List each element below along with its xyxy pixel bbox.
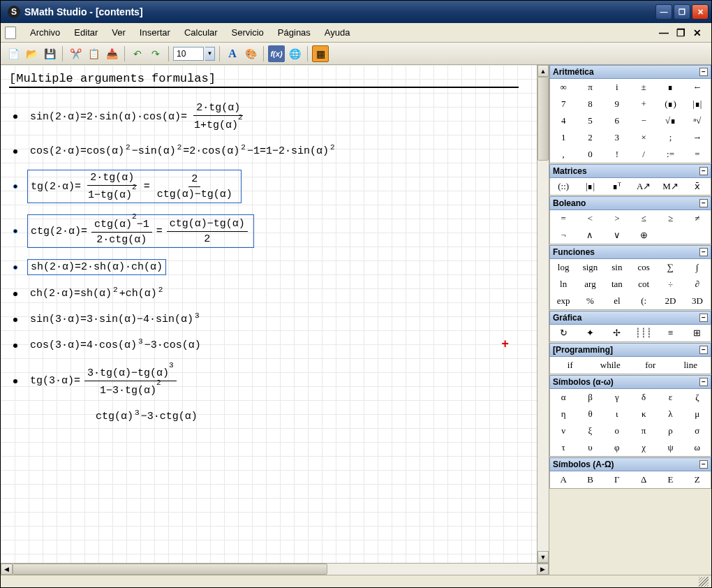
palette-cell[interactable]: 2	[577, 129, 603, 146]
palette-cell[interactable]: ↻	[550, 325, 577, 341]
palette-cell[interactable]: φ	[604, 439, 630, 456]
palette-cell[interactable]: −	[630, 112, 657, 129]
collapse-icon[interactable]: −	[699, 248, 708, 256]
palette-cell[interactable]: ÷	[657, 276, 683, 293]
fx-icon[interactable]: f(x)	[268, 45, 285, 62]
font-color-icon[interactable]: A	[224, 45, 241, 62]
palette-cell[interactable]: ,	[550, 146, 577, 163]
palette-cell[interactable]: (∎)	[657, 96, 683, 112]
close-button[interactable]: ✕	[692, 4, 709, 20]
palette-cell[interactable]: √∎	[657, 112, 683, 129]
menu-editar[interactable]: Editar	[67, 24, 105, 41]
palette-cell[interactable]: ✦	[577, 325, 603, 341]
scroll-down-icon[interactable]: ▼	[537, 551, 549, 563]
palette-cell[interactable]: ✢	[604, 325, 630, 341]
palette-cell[interactable]: =	[550, 210, 577, 227]
palette-cell[interactable]: 7	[550, 96, 577, 112]
palette-cell[interactable]: x̄	[684, 178, 711, 195]
palette-cell[interactable]: =	[684, 146, 711, 163]
formula-selected[interactable]: ctg(2·α)= ctg(α)2−12·ctg(α) = ctg(α)−tg(…	[27, 214, 254, 248]
palette-cell[interactable]: Ζ	[684, 471, 711, 488]
palette-cell[interactable]: while	[591, 357, 631, 374]
formula[interactable]: sin(3·α)=3·sin(α)−4·sin(α)3	[27, 312, 202, 327]
palette-cell[interactable]: υ	[577, 439, 603, 456]
resize-grip-icon[interactable]	[699, 577, 709, 587]
formula-selected[interactable]: tg(2·α)= 2·tg(α)1−tg(α)2 = 2ctg(α)−tg(α)	[27, 170, 242, 203]
collapse-icon[interactable]: −	[699, 378, 708, 386]
palette-cell[interactable]: τ	[550, 439, 577, 456]
paste-icon[interactable]: 📥	[103, 45, 120, 62]
palette-cell[interactable]: χ	[630, 439, 657, 456]
palette-cell[interactable]: 5	[577, 112, 603, 129]
palette-cell[interactable]: ∎	[657, 79, 683, 96]
palette-cell[interactable]: 1	[550, 129, 577, 146]
palette-cell[interactable]: for	[630, 357, 671, 374]
palette-cell[interactable]: →	[684, 129, 711, 146]
palette-cell[interactable]: Γ	[604, 471, 630, 488]
palette-cell[interactable]: cot	[630, 276, 657, 293]
palette-cell[interactable]: ν	[550, 422, 577, 439]
palette-cell[interactable]: ┊┊┊	[630, 325, 657, 341]
palette-cell[interactable]: if	[550, 357, 591, 374]
collapse-icon[interactable]: −	[699, 314, 708, 322]
mdi-close[interactable]: ✕	[692, 27, 703, 38]
palette-cell[interactable]: ε	[657, 389, 683, 406]
font-size-input[interactable]	[173, 47, 204, 61]
palette-cell[interactable]: ι	[604, 406, 630, 422]
formula[interactable]: cos(2·α)=cos(α)2−sin(α)2=2·cos(α)2−1=1−2…	[27, 144, 338, 159]
palette-cell[interactable]: ∂	[684, 276, 711, 293]
copy-icon[interactable]: 📋	[85, 45, 102, 62]
palette-cell[interactable]: σ	[684, 422, 711, 439]
mdi-restore[interactable]: ❐	[675, 27, 686, 38]
palette-cell[interactable]: 9	[604, 96, 630, 112]
palette-cell[interactable]: >	[604, 210, 630, 227]
save-icon[interactable]: 💾	[41, 45, 58, 62]
palette-cell[interactable]: sin	[604, 259, 630, 276]
palette-cell[interactable]: exp	[550, 293, 577, 309]
minimize-button[interactable]: —	[655, 4, 672, 20]
palette-cell[interactable]: ∑	[657, 259, 683, 276]
palette-cell[interactable]: |∎|	[684, 96, 711, 112]
formula[interactable]: sin(2·α)=2·sin(α)·cos(α)= 2·tg(α)1+tg(α)…	[27, 101, 251, 133]
palette-cell[interactable]	[684, 227, 711, 244]
palette-cell[interactable]: 4	[550, 112, 577, 129]
menu-ayuda[interactable]: Ayuda	[318, 24, 357, 41]
scroll-right-icon[interactable]: ▶	[537, 564, 549, 575]
palette-cell[interactable]: cos	[630, 259, 657, 276]
palette-cell[interactable]: 6	[604, 112, 630, 129]
palette-cell[interactable]: %	[577, 293, 603, 309]
formula[interactable]: tg(3·α)= 3·tg(α)−tg(α)31−3·tg(α)2	[27, 364, 182, 398]
palette-cell[interactable]: line	[671, 357, 711, 374]
formula[interactable]: ch(2·α)=sh(α)2+ch(α)2	[27, 286, 165, 301]
mdi-minimize[interactable]: —	[658, 27, 669, 38]
menu-archivo[interactable]: Archivo	[23, 24, 67, 41]
collapse-icon[interactable]: −	[699, 68, 708, 76]
menu-servicio[interactable]: Servicio	[225, 24, 271, 41]
scroll-up-icon[interactable]: ▲	[537, 65, 549, 77]
cut-icon[interactable]: ✂️	[67, 45, 84, 62]
palette-cell[interactable]: ≥	[657, 210, 683, 227]
palette-cell[interactable]: ∫	[684, 259, 711, 276]
font-size-dropdown[interactable]: ▼	[205, 47, 215, 61]
palette-cell[interactable]: ∞	[550, 79, 577, 96]
palette-cell[interactable]: !	[604, 146, 630, 163]
palette-cell[interactable]: ∨	[604, 227, 630, 244]
palette-cell[interactable]: (::)	[550, 178, 577, 195]
scroll-left-icon[interactable]: ◀	[1, 564, 13, 575]
horizontal-scrollbar[interactable]: ◀ ▶	[1, 563, 549, 575]
palette-cell[interactable]: i	[604, 79, 630, 96]
palette-cell[interactable]: Ε	[657, 471, 683, 488]
palette-cell[interactable]: ψ	[657, 439, 683, 456]
palette-cell[interactable]: ⊞	[684, 325, 711, 341]
collapse-icon[interactable]: −	[699, 460, 708, 469]
palette-cell[interactable]: ρ	[657, 422, 683, 439]
open-icon[interactable]: 📂	[23, 45, 40, 62]
menu-paginas[interactable]: Páginas	[271, 24, 318, 41]
collapse-icon[interactable]: −	[699, 167, 708, 175]
menu-ver[interactable]: Ver	[105, 24, 133, 41]
palette-icon[interactable]: 🎨	[242, 45, 259, 62]
palette-cell[interactable]: log	[550, 259, 577, 276]
palette-cell[interactable]: ±	[630, 79, 657, 96]
globe-icon[interactable]: 🌐	[286, 45, 303, 62]
palette-cell[interactable]: +	[630, 96, 657, 112]
